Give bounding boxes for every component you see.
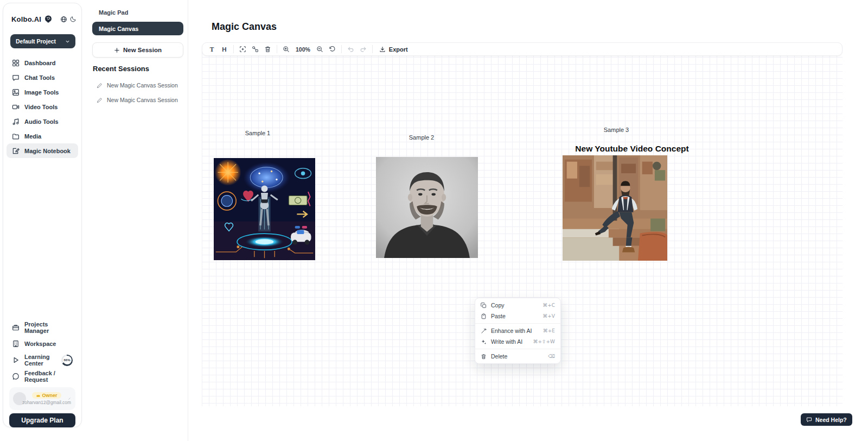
sample-2-image[interactable] — [376, 157, 478, 258]
sidebar-item-magic-notebook[interactable]: Magic Notebook — [7, 143, 78, 158]
sidebar-item-workspace[interactable]: Workspace — [7, 336, 78, 352]
shortcut-hint: ⌫ — [548, 354, 555, 359]
zoom-in-icon — [283, 46, 290, 53]
sidebar-footer-nav: Projects Manager Workspace Learning Cent… — [7, 319, 78, 385]
sidebar-item-image-tools[interactable]: Image Tools — [7, 85, 78, 99]
recent-sessions-title: Recent Sessions — [93, 65, 149, 73]
download-icon — [379, 46, 386, 53]
building-icon — [12, 340, 20, 348]
heading-icon: H — [222, 46, 226, 53]
sample-1-image[interactable] — [214, 158, 315, 260]
undo-icon — [347, 46, 354, 53]
briefcase-icon — [12, 324, 20, 331]
sidebar-item-media[interactable]: Media — [7, 129, 78, 143]
context-menu-divider — [475, 349, 560, 349]
crown-icon — [36, 393, 41, 398]
sidebar-item-label: Video Tools — [24, 104, 58, 110]
learning-progress-value: 66% — [63, 356, 72, 364]
zoom-out-button[interactable] — [314, 44, 326, 54]
sidebar-item-feedback-request[interactable]: Feedback / Request — [7, 368, 78, 385]
trash-icon — [481, 354, 487, 360]
upgrade-plan-label: Upgrade Plan — [21, 417, 63, 424]
sample-3-label[interactable]: Sample 3 — [604, 127, 629, 133]
need-help-button[interactable]: Need Help? — [801, 413, 852, 426]
context-menu-item-paste[interactable]: Paste ⌘+V — [475, 311, 560, 322]
shortcut-hint: ⌘+E — [543, 328, 555, 333]
workflow-button[interactable] — [249, 44, 261, 54]
text-tool-button[interactable]: T — [206, 44, 218, 54]
zoom-in-button[interactable] — [280, 44, 292, 54]
export-button[interactable]: Export — [375, 46, 412, 53]
sidebar-item-label: Media — [24, 133, 41, 140]
sidebar-item-label: Magic Notebook — [24, 148, 71, 154]
session-item[interactable]: New Magic Canvas Session — [97, 97, 178, 103]
learning-progress-ring: 66% — [61, 355, 73, 366]
ai-select-button[interactable] — [237, 44, 249, 54]
sample-2-label[interactable]: Sample 2 — [409, 134, 434, 141]
pencil-icon — [97, 83, 103, 89]
zoom-level-value[interactable]: 100% — [292, 46, 314, 53]
folder-icon — [12, 133, 20, 140]
context-menu-label: Delete — [491, 353, 507, 360]
session-item[interactable]: New Magic Canvas Session — [97, 82, 178, 89]
context-menu-item-enhance-with-ai[interactable]: Enhance with AI ⌘+E — [475, 325, 560, 336]
canvas-heading-text[interactable]: New Youtube Video Concept — [575, 144, 688, 154]
reset-view-button[interactable] — [326, 44, 339, 54]
logo-row: Kolbo.AI — [11, 15, 76, 23]
user-meta: Owner zoharvan12@gmail.com — [29, 392, 64, 405]
context-menu-item-copy[interactable]: Copy ⌘+C — [475, 300, 560, 311]
context-menu-label: Enhance with AI — [491, 327, 532, 334]
project-selector-label: Default Project — [16, 38, 56, 45]
play-icon — [12, 356, 20, 364]
sample-3-image[interactable] — [563, 155, 667, 261]
sidebar-item-learning-center[interactable]: Learning Center 66% — [7, 352, 78, 368]
sidebar-item-projects-manager[interactable]: Projects Manager — [7, 319, 78, 336]
magic-pad-label: Magic Pad — [99, 9, 128, 16]
music-note-icon — [12, 118, 20, 125]
new-session-label: New Session — [123, 47, 162, 53]
sidebar-item-label: Workspace — [24, 341, 56, 347]
undo-button[interactable] — [344, 44, 357, 54]
context-menu-label: Paste — [491, 313, 506, 319]
nav-magic-canvas[interactable]: Magic Canvas — [92, 22, 183, 35]
sidebar-item-audio-tools[interactable]: Audio Tools — [7, 114, 78, 129]
sample-1-label[interactable]: Sample 1 — [245, 130, 270, 136]
chevron-down-icon — [65, 39, 70, 44]
sidebar-item-chat-tools[interactable]: Chat Tools — [7, 70, 78, 85]
message-circle-icon — [12, 373, 20, 380]
moon-icon[interactable] — [70, 16, 76, 22]
sidebar-item-label: Audio Tools — [24, 118, 59, 125]
sidebar-item-video-tools[interactable]: Video Tools — [7, 99, 78, 114]
wand-icon — [481, 328, 487, 334]
context-menu-label: Copy — [491, 302, 505, 308]
toolbar-divider — [277, 45, 277, 53]
plus-icon — [114, 47, 120, 53]
sidebar-item-dashboard[interactable]: Dashboard — [7, 55, 78, 70]
user-account-card[interactable]: Owner zoharvan12@gmail.com — [9, 387, 75, 410]
context-menu-divider — [475, 323, 560, 324]
need-help-label: Need Help? — [815, 417, 847, 423]
image-icon — [12, 89, 20, 96]
clipboard-icon — [481, 313, 487, 319]
chat-icon — [806, 417, 812, 423]
delete-tool-button[interactable] — [261, 44, 274, 54]
new-session-button[interactable]: New Session — [92, 42, 183, 58]
redo-button[interactable] — [357, 44, 369, 54]
magic-canvas-surface[interactable]: New Youtube Video Concept Sample 1 Sampl… — [202, 50, 843, 406]
context-menu-item-write-with-ai[interactable]: Write with AI ⌘+⇧+W — [475, 336, 560, 347]
context-menu-item-delete[interactable]: Delete ⌫ — [475, 351, 560, 362]
trash-icon — [264, 46, 271, 53]
sidebar-item-label: Dashboard — [24, 60, 55, 66]
toolbar-divider — [372, 45, 373, 53]
heading-tool-button[interactable]: H — [218, 44, 231, 54]
sidebar-item-label: Chat Tools — [24, 74, 55, 81]
project-selector[interactable]: Default Project — [10, 34, 75, 48]
primary-sidebar: Kolbo.AI Default Project Dashboard — [3, 3, 82, 427]
magic-canvas-label: Magic Canvas — [99, 26, 138, 32]
export-label: Export — [389, 46, 408, 53]
nav-magic-pad[interactable]: Magic Pad — [92, 6, 183, 18]
upgrade-plan-button[interactable]: Upgrade Plan — [9, 413, 75, 427]
shortcut-hint: ⌘+C — [542, 303, 555, 308]
globe-icon[interactable] — [60, 16, 67, 23]
owner-badge: Owner — [32, 392, 61, 399]
